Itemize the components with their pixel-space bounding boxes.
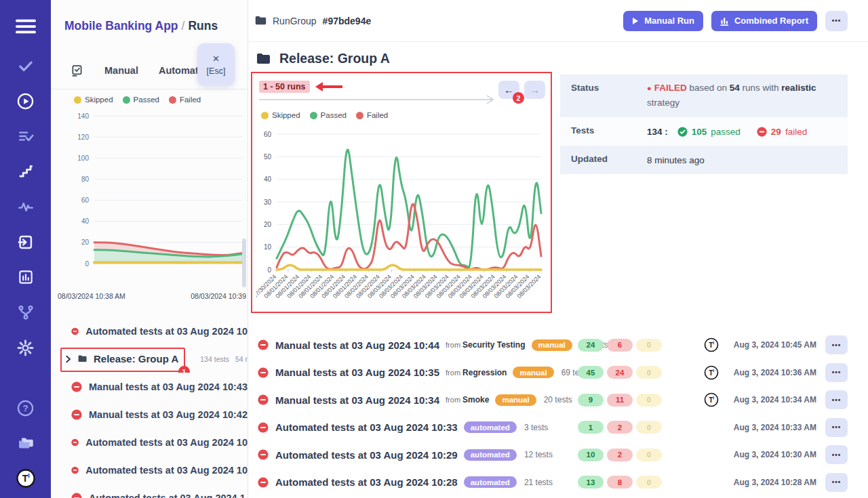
row-more-button[interactable]: ••• — [825, 390, 848, 409]
svg-text:60: 60 — [81, 196, 90, 204]
check-icon[interactable] — [16, 56, 36, 76]
run-row[interactable]: Manual tests at 03 Aug 2024 10:35 fromRe… — [251, 359, 848, 387]
svg-text:10: 10 — [264, 243, 272, 251]
run-type-badge: automated — [464, 421, 517, 433]
failed-pill: 8 — [607, 476, 633, 489]
list-item[interactable]: Automated tests at 03 Aug 2024 10 — [51, 456, 248, 484]
ellipsis-icon: ••• — [832, 478, 842, 486]
git-branch-icon[interactable] — [16, 302, 36, 323]
run-timestamp: Aug 3, 2024 10:28 AM — [734, 478, 816, 487]
updated-row: Updated 8 minutes ago — [560, 146, 848, 174]
help-circle-icon[interactable]: ? — [16, 398, 36, 418]
list-item[interactable]: Automated tests at 03 Aug 2024 10 — [51, 317, 248, 345]
run-source: Regression — [462, 368, 507, 377]
run-row[interactable]: Automated tests at 03 Aug 2024 10:28 aut… — [251, 469, 848, 497]
annotation-badge-2: 2 — [513, 92, 524, 104]
passed-dot-icon — [310, 112, 317, 119]
runs-list: Automated tests at 03 Aug 2024 10 Releas… — [51, 317, 248, 498]
run-source: Smoke — [462, 395, 489, 404]
steps-icon[interactable] — [16, 161, 36, 182]
failed-icon — [71, 493, 82, 498]
select-runs-icon[interactable] — [70, 63, 84, 78]
run-row[interactable]: Manual tests at 03 Aug 2024 10:34 fromSm… — [251, 386, 848, 414]
manual-run-button[interactable]: Manual Run — [623, 11, 703, 31]
list-item[interactable]: Automated tests at 03 Aug 2024 1 — [51, 484, 248, 498]
row-more-button[interactable]: ••• — [825, 363, 848, 382]
run-result-pills: 1 2 0 — [578, 421, 662, 434]
svg-text:T: T — [709, 369, 713, 377]
updated-label: Updated — [571, 152, 647, 164]
list-item[interactable]: Automated tests at 03 Aug 2024 10 — [51, 428, 248, 456]
activity-icon[interactable] — [16, 196, 36, 217]
legend-passed: Passed — [321, 111, 347, 119]
skipped-pill: 0 — [636, 394, 662, 407]
ellipsis-icon: ••• — [832, 341, 842, 349]
runs-tabs: Manual Automated — [70, 63, 210, 78]
legend-failed: Failed — [367, 111, 388, 119]
run-title: Automated tests at 03 Aug 2024 10:29 — [275, 449, 458, 461]
run-row[interactable]: Automated tests at 03 Aug 2024 10:33 aut… — [251, 414, 848, 442]
run-result-pills: 9 11 0 — [578, 394, 662, 407]
chevron-right-icon — [66, 354, 71, 364]
status-label: Status — [571, 81, 647, 93]
run-row[interactable]: Automated tests at 03 Aug 2024 10:29 aut… — [251, 441, 848, 469]
svg-text:80: 80 — [81, 175, 90, 183]
failed-icon — [71, 409, 82, 420]
svg-text:40: 40 — [264, 175, 272, 183]
row-more-button[interactable]: ••• — [825, 335, 848, 354]
legend-failed: Failed — [180, 96, 201, 104]
run-from: fromSmoke — [446, 395, 489, 404]
tab-manual[interactable]: Manual — [104, 65, 138, 76]
app-logo[interactable]: T — [16, 468, 36, 489]
play-circle-icon[interactable] — [16, 91, 36, 111]
group-tests-meta: 134 tests — [200, 355, 229, 363]
run-type-badge: manual — [532, 339, 572, 351]
breadcrumb: Mobile Banking App/Runs — [64, 19, 218, 33]
run-type-badge: manual — [495, 394, 536, 406]
failed-pill: 24 — [607, 366, 633, 379]
folders-icon[interactable] — [16, 433, 36, 453]
row-more-button[interactable]: ••• — [825, 445, 848, 464]
breadcrumb-separator: / — [182, 19, 185, 33]
failed-icon — [258, 477, 269, 488]
passed-pill: 45 — [578, 366, 604, 379]
combined-report-button[interactable]: Combined Report — [711, 11, 817, 31]
run-result-pills: 10 2 0 — [578, 449, 662, 461]
failed-icon — [71, 381, 82, 392]
svg-text:0: 0 — [267, 266, 271, 274]
list-item-release-group[interactable]: Release: Group A 134 tests 54 r 1 — [51, 345, 248, 373]
svg-text:30: 30 — [264, 199, 272, 206]
failed-dot-icon: ● — [647, 84, 652, 92]
run-timestamp: Aug 3, 2024 10:33 AM — [734, 423, 816, 432]
failed-pill: 2 — [607, 449, 633, 461]
run-row[interactable]: Manual tests at 03 Aug 2024 10:44 fromSe… — [251, 331, 848, 359]
next-page-button[interactable]: → — [524, 81, 545, 99]
breadcrumb-project[interactable]: Mobile Banking App — [64, 19, 178, 33]
row-more-button[interactable]: ••• — [825, 418, 848, 437]
skipped-dot-icon — [74, 96, 81, 104]
list-check-icon[interactable] — [16, 126, 36, 146]
list-item[interactable]: Manual tests at 03 Aug 2024 10:42 — [51, 400, 248, 428]
run-from: fromRegression — [446, 368, 507, 377]
scrollbar-thumb[interactable] — [242, 238, 246, 287]
run-source: Security Testing — [462, 340, 525, 350]
menu-icon[interactable] — [16, 16, 36, 37]
row-more-button[interactable]: ••• — [825, 473, 848, 492]
timeline-arrow-icon — [259, 95, 498, 104]
minus-circle-icon — [757, 127, 767, 137]
runs-list-panel: Mobile Banking App/Runs Manual Automated… — [51, 0, 248, 498]
esc-popup[interactable]: × [Esc] — [197, 43, 235, 85]
prev-page-button[interactable]: ← 2 — [498, 81, 519, 99]
mini-chart-legend: Skipped Passed Failed — [74, 96, 201, 104]
list-item[interactable]: Manual tests at 03 Aug 2024 10:43 — [51, 373, 248, 400]
sign-in-icon[interactable] — [16, 232, 36, 252]
close-icon[interactable]: × — [213, 53, 220, 64]
passed-pill: 9 — [578, 394, 604, 407]
gear-icon[interactable] — [16, 337, 36, 358]
header-more-button[interactable]: ••• — [825, 11, 848, 31]
annotation-arrow-left-icon — [314, 81, 344, 92]
run-timestamp: Aug 3, 2024 10:34 AM — [734, 395, 816, 404]
passed-pill: 13 — [578, 476, 604, 489]
bar-chart-icon[interactable] — [16, 267, 36, 287]
skipped-pill: 0 — [636, 449, 662, 461]
